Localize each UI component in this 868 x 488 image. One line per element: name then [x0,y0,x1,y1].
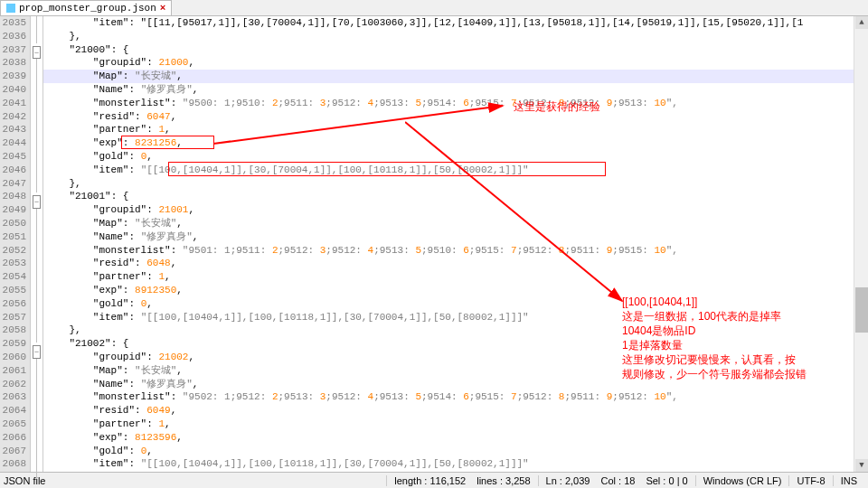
code-line[interactable]: "monsterlist": "9502: 1;9512: 2;9513: 3;… [43,390,868,404]
status-ln: Ln : 2,039 [538,475,598,486]
code-line[interactable]: "partner": 1, [43,270,868,284]
annotation-box-exp [121,136,214,149]
scroll-up-button[interactable]: ▲ [855,16,868,29]
status-sel: Sel : 0 | 0 [642,475,694,486]
file-icon [6,4,15,13]
code-line[interactable]: "groupid": 21001, [43,203,868,217]
code-line[interactable]: "Map": "长安城", [43,70,868,83]
tab-bar: prop_monster_group.json × [0,0,868,16]
code-line[interactable]: "resid": 6049, [43,404,868,418]
annotation-line: 这是一组数据，100代表的是掉率 [622,309,868,324]
scroll-down-button[interactable]: ▼ [855,459,868,472]
code-line[interactable]: "21000": { [43,43,868,57]
annotation-line: [[100,[10404,1]] [622,295,868,309]
code-line[interactable]: "gold": 0, [43,445,868,458]
code-line[interactable]: "resid": 6048, [43,257,868,270]
status-eol: Windows (CR LF) [695,475,789,486]
status-encoding: UTF-8 [788,475,832,486]
code-line[interactable]: }, [43,177,868,191]
code-line[interactable]: "resid": 6047, [43,110,868,124]
status-bar: JSON file length : 116,152 lines : 3,258… [0,472,868,488]
code-view[interactable]: "item": "[[11,[95017,1]],[30,[70004,1]],… [43,16,868,472]
file-tab[interactable]: prop_monster_group.json × [0,0,172,15]
annotation-text-block: [[100,[10404,1]] 这是一组数据，100代表的是掉率 10404是… [622,295,868,381]
file-tab-label: prop_monster_group.json [19,3,156,14]
editor-area: 2035203620372038203920402041204220432044… [0,16,868,472]
code-line[interactable]: "Name": "修罗真身", [43,230,868,244]
line-number-gutter: 2035203620372038203920402041204220432044… [0,16,31,472]
status-lines: lines : 3,258 [473,475,537,486]
code-line[interactable]: "21001": { [43,190,868,203]
code-line[interactable]: "Map": "长安城", [43,217,868,230]
code-line[interactable]: "item": "[[11,[95017,1]],[30,[70004,1]],… [43,16,868,30]
annotation-box-item [168,162,606,176]
close-icon[interactable]: × [160,3,166,14]
code-line[interactable]: "partner": 1, [43,123,868,136]
annotation-line: 规则修改，少一个符号服务端都会报错 [622,367,868,381]
code-line[interactable]: "exp": 8123596, [43,431,868,445]
code-line[interactable]: "item": "[[100,[10404,1]],[100,[10118,1]… [43,457,868,471]
status-length: length : 116,152 [386,475,473,486]
code-line[interactable]: }, [43,30,868,43]
annotation-line: 这里修改切记要慢慢来，认真看，按 [622,352,868,367]
annotation-line: 1是掉落数量 [622,338,868,352]
code-line[interactable]: "monsterlist": "9501: 1;9511: 2;9512: 3;… [43,244,868,258]
code-line[interactable]: "monsterlist": "9500: 1;9510: 2;9511: 3;… [43,97,868,110]
vertical-scrollbar[interactable]: ▲ ▼ [854,16,868,472]
code-line[interactable]: "partner": 1, [43,418,868,431]
annotation-line: 10404是物品ID [622,324,868,338]
code-line[interactable]: "Name": "修罗真身", [43,83,868,97]
status-filetype: JSON file [4,475,52,486]
status-ins: INS [833,475,864,486]
code-line[interactable]: "groupid": 21000, [43,56,868,70]
annotation-text: 这里是获得的经验 [514,99,600,115]
fold-margin: −−− [31,16,43,472]
scrollbar-thumb[interactable] [855,287,868,333]
status-col: Col : 18 [597,475,642,486]
